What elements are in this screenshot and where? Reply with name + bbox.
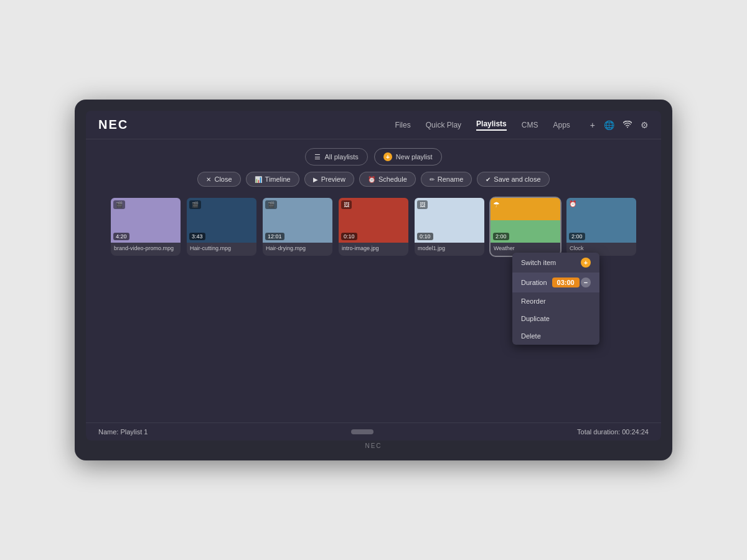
plus-icon[interactable]: + — [590, 120, 595, 130]
timeline-button[interactable]: 📊 Timeline — [246, 172, 299, 187]
schedule-icon: ⏰ — [368, 176, 375, 183]
media-name-4: intro-image.jpg — [339, 243, 408, 256]
thumb-2: 🎬 3:43 — [187, 198, 256, 243]
top-nav: NEC Files Quick Play Playlists CMS Apps … — [86, 111, 661, 139]
media-card-weather[interactable]: ☂ 2:00 Weather — [491, 198, 560, 256]
context-menu: Switch item + Duration 03:00 − Reorder — [512, 253, 599, 345]
total-duration: Total duration: 00:24:24 — [577, 428, 649, 436]
image-icon-5: 🖼 — [417, 200, 428, 209]
nav-cms[interactable]: CMS — [522, 121, 538, 129]
nec-logo: NEC — [98, 118, 128, 132]
nav-files[interactable]: Files — [395, 121, 410, 129]
image-icon-4: 🖼 — [341, 200, 352, 209]
content-area: ☰ All playlists + New playlist ✕ Close 📊… — [86, 139, 661, 422]
media-card-clock[interactable]: ⏰ 2:00 Clock — [566, 198, 636, 256]
duration-2: 3:43 — [189, 233, 205, 240]
toolbar-row2: ✕ Close 📊 Timeline ▶ Preview ⏰ Schedule … — [197, 172, 549, 187]
play-icon: ▶ — [313, 176, 318, 183]
thumb-clock: ⏰ 2:00 — [566, 198, 636, 243]
timeline-icon: 📊 — [255, 176, 262, 183]
all-playlists-label: All playlists — [324, 153, 358, 161]
ctx-delete-label: Delete — [521, 332, 541, 340]
clock-icon: ⏰ — [569, 200, 576, 207]
ctx-duration-value: 03:00 — [552, 278, 580, 287]
video-icon-1: 🎬 — [113, 200, 125, 209]
duration-weather: 2:00 — [493, 233, 509, 240]
duration-4: 0:10 — [341, 233, 357, 240]
video-icon-3: 🎬 — [265, 200, 277, 209]
nav-apps[interactable]: Apps — [553, 121, 570, 129]
nav-icons: + 🌐 ⚙ — [590, 120, 649, 130]
ctx-reorder-label: Reorder — [521, 297, 546, 305]
nav-quickplay[interactable]: Quick Play — [426, 121, 461, 129]
media-card-4[interactable]: 🖼 0:10 intro-image.jpg — [339, 198, 408, 256]
playlist-name: Name: Playlist 1 — [98, 428, 148, 436]
new-plus-icon: + — [383, 152, 392, 161]
duration-3: 12:01 — [265, 233, 284, 240]
tv-monitor: NEC Files Quick Play Playlists CMS Apps … — [75, 100, 672, 460]
thumb-4: 🖼 0:10 — [339, 198, 408, 243]
ctx-duration-label: Duration — [521, 279, 547, 286]
ctx-duration-row: Duration 03:00 — [521, 278, 580, 287]
ctx-delete[interactable]: Delete — [512, 327, 599, 345]
thumb-weather: ☂ 2:00 — [491, 198, 560, 243]
ctx-plus-icon[interactable]: + — [581, 258, 591, 268]
media-name-3: Hair-drying.mpg — [263, 243, 332, 256]
media-card-3[interactable]: 🎬 12:01 Hair-drying.mpg — [263, 198, 332, 256]
ctx-duplicate[interactable]: Duplicate — [512, 310, 599, 327]
new-playlist-label: New playlist — [396, 153, 433, 161]
duration-5: 0:10 — [417, 233, 433, 240]
toolbar-row1: ☰ All playlists + New playlist — [305, 148, 441, 166]
nav-items: Files Quick Play Playlists CMS Apps — [395, 119, 570, 131]
nec-bottom-logo: NEC — [365, 442, 382, 449]
ctx-duplicate-label: Duplicate — [521, 315, 550, 322]
close-button[interactable]: ✕ Close — [197, 172, 240, 187]
thumb-1: 🎬 4:20 — [111, 198, 181, 243]
wifi-icon[interactable] — [623, 120, 632, 130]
schedule-button[interactable]: ⏰ Schedule — [359, 172, 416, 187]
gear-icon[interactable]: ⚙ — [641, 120, 649, 130]
media-name-1: brand-video-promo.mpg — [111, 243, 181, 256]
weather-umbrella-icon: ☂ — [493, 200, 500, 209]
duration-1: 4:20 — [113, 233, 129, 240]
preview-button[interactable]: ▶ Preview — [304, 172, 354, 187]
save-close-button[interactable]: ✔ Save and close — [477, 172, 549, 187]
video-icon-2: 🎬 — [189, 200, 201, 209]
tv-screen: NEC Files Quick Play Playlists CMS Apps … — [86, 111, 661, 441]
thumb-3: 🎬 12:01 — [263, 198, 332, 243]
media-card-1[interactable]: 🎬 4:20 brand-video-promo.mpg — [111, 198, 181, 256]
nav-playlists[interactable]: Playlists — [476, 119, 507, 131]
duration-clock: 2:00 — [569, 233, 585, 240]
ctx-switch-item[interactable]: Switch item + — [512, 253, 599, 273]
ctx-minus-icon[interactable]: − — [581, 278, 591, 287]
rename-button[interactable]: ✏ Rename — [421, 172, 472, 187]
bottom-bar: Name: Playlist 1 Total duration: 00:24:2… — [86, 422, 661, 441]
rename-icon: ✏ — [430, 176, 435, 183]
list-icon: ☰ — [314, 153, 321, 161]
ctx-duration[interactable]: Duration 03:00 − — [512, 273, 599, 292]
new-playlist-button[interactable]: + New playlist — [374, 148, 442, 166]
save-icon: ✔ — [486, 176, 491, 183]
ctx-switch-label: Switch item — [521, 259, 556, 266]
media-card-2[interactable]: 🎬 3:43 Hair-cutting.mpg — [187, 198, 256, 256]
media-card-5[interactable]: 🖼 0:10 model1.jpg — [415, 198, 484, 256]
ctx-reorder[interactable]: Reorder — [512, 292, 599, 310]
thumb-5: 🖼 0:10 — [415, 198, 484, 243]
scroll-indicator[interactable] — [351, 429, 374, 434]
media-name-5: model1.jpg — [415, 243, 484, 256]
media-row: 🎬 4:20 brand-video-promo.mpg 🎬 3:43 Hair… — [98, 198, 649, 256]
close-icon: ✕ — [206, 176, 211, 183]
globe-icon[interactable]: 🌐 — [604, 120, 614, 130]
all-playlists-button[interactable]: ☰ All playlists — [305, 148, 367, 166]
media-name-2: Hair-cutting.mpg — [187, 243, 256, 256]
